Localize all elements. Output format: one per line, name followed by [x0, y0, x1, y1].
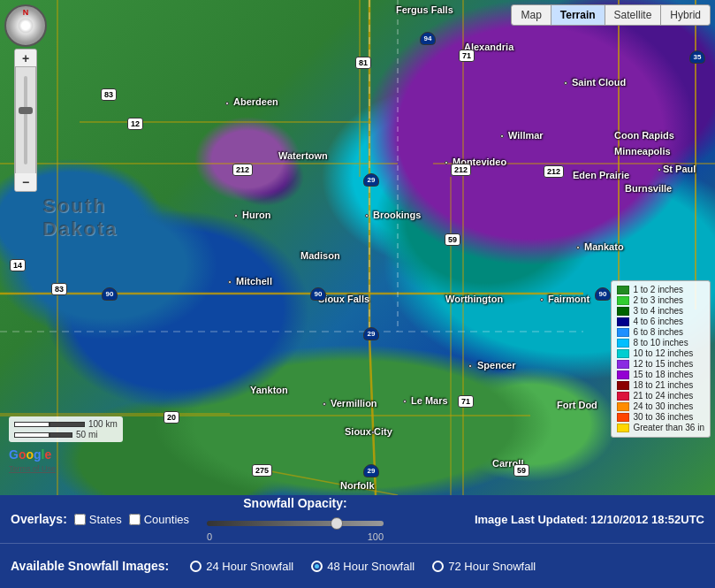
compass-rose[interactable]	[4, 4, 47, 47]
zoom-thumb[interactable]	[19, 107, 33, 114]
city-dot-montevideo	[445, 161, 448, 164]
legend-item: 18 to 21 inches	[617, 380, 704, 390]
city-dot-siouxfalls	[347, 298, 351, 302]
city-dot-fergusfalls	[417, 9, 421, 12]
opacity-min: 0	[207, 531, 212, 542]
legend-label: 1 to 2 inches	[633, 285, 683, 294]
city-dot-spencer	[468, 364, 472, 368]
radio-button[interactable]	[190, 561, 202, 572]
city-dot-brookings	[365, 214, 369, 218]
route-shield-i29-ss: 29	[363, 464, 379, 477]
city-dot-coonrapids	[643, 134, 647, 138]
bottom-bottom-row: Available Snowfall Images: 24 Hour Snowf…	[0, 544, 715, 588]
scale-bar: 100 km 50 mi	[9, 416, 123, 442]
overlays-section: Overlays: States Counties	[11, 512, 189, 526]
city-dot-willmar	[500, 134, 504, 138]
radio-button[interactable]	[311, 561, 323, 572]
map-type-btn-terrain[interactable]: Terrain	[551, 5, 605, 25]
map-controls: + −	[4, 4, 47, 192]
legend-label: 21 to 24 inches	[633, 391, 693, 401]
available-label: Available Snowfall Images:	[11, 559, 169, 573]
terms-link[interactable]: Terms of Use	[9, 464, 56, 473]
radio-button[interactable]	[432, 561, 444, 572]
image-updated: Image Last Updated: 12/10/2012 18:52UTC	[475, 513, 704, 526]
overlays-label: Overlays:	[11, 512, 67, 526]
legend-label: 6 to 8 inches	[633, 327, 683, 337]
legend-item: Greater than 36 in	[617, 423, 704, 432]
opacity-slider[interactable]	[207, 521, 384, 526]
bottom-bar: Overlays: States Counties Snowfall Opaci…	[0, 495, 715, 588]
legend-swatch	[617, 286, 629, 294]
google-o2: o	[26, 447, 34, 462]
zoom-slider[interactable]	[15, 67, 36, 173]
zoom-controls: + −	[14, 49, 37, 192]
legend-label: 15 to 18 inches	[633, 370, 693, 379]
scale-bar-inner: 100 km 50 mi	[14, 419, 118, 439]
legend-item: 3 to 4 inches	[617, 306, 704, 316]
snowfall-option-label: 24 Hour Snowfall	[206, 560, 293, 573]
city-dot-stpaul	[658, 168, 661, 172]
city-dot-vermillion	[323, 402, 326, 406]
legend-swatch	[617, 307, 629, 316]
snowfall-option[interactable]: 72 Hour Snowfall	[432, 560, 536, 573]
legend-swatch	[617, 413, 629, 422]
legend-label: 8 to 10 inches	[633, 338, 688, 347]
scale-km-graphic	[14, 422, 85, 427]
legend-item: 30 to 36 inches	[617, 412, 704, 422]
legend-swatch	[617, 349, 629, 358]
opacity-label: Snowfall Opacity:	[243, 496, 346, 510]
city-dot-alexandria	[475, 46, 478, 50]
snowfall-option-label: 48 Hour Snowfall	[327, 560, 415, 573]
legend-item: 6 to 8 inches	[617, 327, 704, 337]
legend-swatch	[617, 402, 629, 411]
google-g: G	[9, 447, 19, 462]
map-container[interactable]: SouthDakota Aberdeen Huron Mitchell Wate…	[0, 0, 715, 495]
city-dot-saintcloud	[564, 81, 567, 85]
route-shield-us275: 275	[252, 464, 272, 477]
route-shield-i35: 35	[689, 50, 705, 64]
route-shield-us14: 14	[10, 259, 26, 271]
states-label: States	[89, 513, 122, 526]
legend-label: 30 to 36 inches	[633, 412, 693, 422]
route-shield-us212-w: 212	[232, 164, 253, 176]
map-type-btn-map[interactable]: Map	[512, 5, 551, 25]
zoom-out-button[interactable]: −	[15, 173, 36, 191]
legend-swatch	[617, 317, 629, 326]
route-shield-i29-s: 29	[363, 327, 379, 340]
scale-block-mi-1	[14, 432, 49, 438]
states-overlay-item: States	[74, 513, 122, 526]
snowfall-option[interactable]: 48 Hour Snowfall	[311, 560, 415, 573]
states-checkbox[interactable]	[74, 514, 86, 525]
legend-item: 10 to 12 inches	[617, 348, 704, 358]
scale-block-mi-2	[49, 432, 72, 438]
scale-block-km-1	[14, 422, 49, 427]
legend-item: 2 to 3 inches	[617, 295, 704, 305]
legend-label: 10 to 12 inches	[633, 348, 693, 358]
scale-mi-label: 50 mi	[76, 430, 97, 439]
route-shield-us212-m: 212	[451, 164, 471, 176]
zoom-in-button[interactable]: +	[15, 50, 36, 67]
map-type-btn-satellite[interactable]: Satellite	[605, 5, 662, 25]
scale-mi: 50 mi	[14, 430, 118, 439]
snowfall-option[interactable]: 24 Hour Snowfall	[190, 560, 293, 573]
opacity-max: 100	[368, 531, 384, 542]
google-e: e	[44, 447, 51, 462]
opacity-slider-container: 0 100	[207, 514, 384, 542]
counties-overlay-item: Counties	[129, 513, 189, 526]
counties-checkbox[interactable]	[129, 514, 141, 525]
scale-km: 100 km	[14, 419, 118, 429]
legend-label: 12 to 15 inches	[633, 359, 693, 369]
legend-item: 15 to 18 inches	[617, 370, 704, 379]
map-type-btn-hybrid[interactable]: Hybrid	[661, 5, 710, 25]
legend-item: 8 to 10 inches	[617, 338, 704, 347]
legend-swatch	[617, 296, 629, 305]
route-shield-i94: 94	[420, 32, 436, 45]
google-logo: Google	[9, 447, 51, 462]
route-shield-us59-s: 59	[513, 464, 529, 477]
city-dot-burnsville	[652, 187, 656, 191]
snowfall-option-label: 72 Hour Snowfall	[448, 560, 536, 573]
city-dot-watertown	[318, 155, 322, 158]
counties-label: Counties	[144, 513, 189, 526]
legend-item: 4 to 6 inches	[617, 317, 704, 326]
route-shield-i90-m: 90	[310, 287, 326, 301]
